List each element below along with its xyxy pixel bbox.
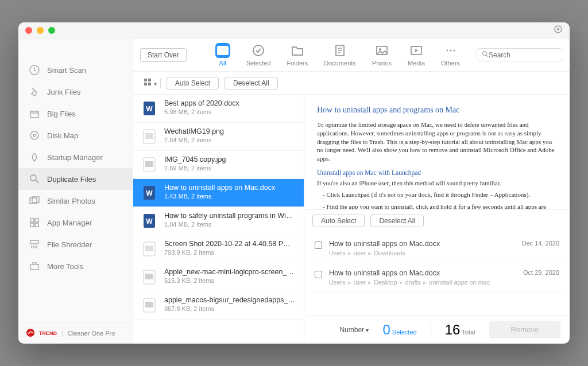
duplicate-path: Users▸user▸Downloads <box>329 250 515 257</box>
rocket-icon <box>29 151 40 163</box>
file-row[interactable]: apple_macos-bigsur_redesignedapps_0622…3… <box>133 291 304 320</box>
file-row[interactable]: Apple_new-mac-mini-logicpro-screen_11102… <box>133 263 304 291</box>
category-label: All <box>219 60 226 67</box>
dup-deselect-all-button[interactable]: Deselect All <box>370 215 424 227</box>
sidebar-item-junk-files[interactable]: Junk Files <box>18 81 133 103</box>
sidebar-item-label: Duplicate Files <box>47 175 96 184</box>
svg-text:W: W <box>146 189 153 197</box>
start-over-button[interactable]: Start Over <box>140 48 187 62</box>
sidebar-item-startup-manager[interactable]: Startup Manager <box>18 146 133 168</box>
category-media[interactable]: Media <box>408 43 425 67</box>
file-meta: 1.69 MB, 2 items <box>164 165 226 172</box>
svg-text:W: W <box>146 217 153 225</box>
category-icon <box>332 43 347 58</box>
svg-rect-11 <box>35 219 38 222</box>
sidebar-item-more-tools[interactable]: More Tools <box>18 255 133 277</box>
category-label: Others <box>441 60 460 67</box>
category-label: Documents <box>324 60 356 67</box>
category-all[interactable]: All <box>215 43 230 67</box>
preview-intro: To optimize the limited storage space on… <box>317 120 557 163</box>
sidebar-item-duplicate-files[interactable]: Duplicate Files <box>18 168 133 190</box>
sidebar-footer: TREND | Cleaner One Pro <box>18 322 133 344</box>
clock-icon <box>29 64 40 76</box>
file-name: Screen Shot 2020-10-22 at 4.40.58 PM.png <box>164 240 296 248</box>
svg-rect-14 <box>30 240 38 244</box>
file-type-icon: W <box>141 99 157 118</box>
file-name: How to uninstall apps on Mac.docx <box>164 184 275 192</box>
category-label: Photos <box>372 60 392 67</box>
category-label: Selected <box>246 60 271 67</box>
category-icon <box>215 43 230 58</box>
sidebar: Smart ScanJunk FilesBig FilesDisk MapSta… <box>18 38 133 344</box>
file-meta: 793.9 KB, 2 items <box>164 249 296 256</box>
search-input[interactable] <box>489 51 570 59</box>
brand-name: TREND <box>39 330 57 336</box>
sidebar-item-similar-photos[interactable]: Similar Photos <box>18 190 133 212</box>
footer-bar: Number ▾ 0 Selected 16 Total Remove <box>304 315 570 344</box>
duplicate-list: How to uninstall apps on Mac.docxUsers▸u… <box>304 232 570 315</box>
file-row[interactable]: WechatIMG19.png2.84 MB, 2 items <box>133 123 304 151</box>
file-row[interactable]: Screen Shot 2020-10-22 at 4.40.58 PM.png… <box>133 235 304 263</box>
svg-point-4 <box>30 131 38 139</box>
sidebar-item-label: Disk Map <box>47 131 78 140</box>
svg-rect-17 <box>217 46 229 55</box>
svg-point-22 <box>379 48 381 50</box>
file-row[interactable]: WHow to uninstall apps on Mac.docx1.43 M… <box>133 179 304 207</box>
sidebar-item-disk-map[interactable]: Disk Map <box>18 124 133 146</box>
category-documents[interactable]: Documents <box>324 43 356 67</box>
sort-dropdown[interactable]: Number ▾ <box>339 326 369 334</box>
category-label: Folders <box>287 60 308 67</box>
subtoolbar: ▾ Auto Select Deselect All <box>133 72 570 95</box>
file-meta: 1.04 MB, 2 items <box>164 221 296 228</box>
category-icon <box>251 43 266 58</box>
file-type-icon: W <box>141 184 157 202</box>
close-icon[interactable] <box>25 27 32 34</box>
file-meta: 367.8 KB, 2 items <box>164 305 296 312</box>
category-folders[interactable]: Folders <box>287 43 308 67</box>
svg-rect-46 <box>145 274 153 279</box>
sidebar-item-smart-scan[interactable]: Smart Scan <box>18 59 133 81</box>
category-label: Media <box>408 60 425 67</box>
svg-rect-38 <box>145 161 153 167</box>
product-name: Cleaner One Pro <box>68 330 115 337</box>
remove-button[interactable]: Remove <box>489 321 560 338</box>
sidebar-item-big-files[interactable]: Big Files <box>18 103 133 124</box>
file-name: WechatIMG19.png <box>164 127 224 135</box>
preview-panel: How to uninstall apps and programs on Ma… <box>304 95 570 344</box>
sidebar-item-app-manager[interactable]: App Manager <box>18 212 133 233</box>
dup-auto-select-button[interactable]: Auto Select <box>312 215 365 227</box>
category-selected[interactable]: Selected <box>246 43 271 67</box>
sidebar-item-file-shredder[interactable]: File Shredder <box>18 233 133 255</box>
category-icon <box>290 43 305 58</box>
file-type-icon: W <box>141 212 157 230</box>
file-row[interactable]: IMG_7045 copy.jpg1.69 MB, 2 items <box>133 151 304 179</box>
file-row[interactable]: WBest apps of 2020.docx5.98 MB, 2 items <box>133 95 304 123</box>
category-others[interactable]: Others <box>441 43 460 67</box>
duplicate-actions: Auto Select Deselect All <box>304 209 570 232</box>
svg-rect-48 <box>145 302 153 307</box>
search-box[interactable] <box>477 48 563 61</box>
minimize-icon[interactable] <box>37 27 44 34</box>
file-name: IMG_7045 copy.jpg <box>164 155 226 163</box>
file-row[interactable]: WHow to safely uninstall programs in Win… <box>133 207 304 235</box>
view-mode-toggle[interactable]: ▾ <box>140 78 161 88</box>
deselect-all-button[interactable]: Deselect All <box>225 77 278 89</box>
svg-rect-32 <box>148 83 151 85</box>
shredder-icon <box>29 239 40 250</box>
duplicate-date: Oct 29, 2020 <box>523 269 559 276</box>
auto-select-button[interactable]: Auto Select <box>167 77 219 89</box>
svg-rect-29 <box>144 79 147 81</box>
svg-line-7 <box>36 180 38 183</box>
trend-logo-icon <box>26 329 34 338</box>
preview-section-heading: Uninstall apps on Mac with Launchpad <box>317 169 557 178</box>
svg-point-25 <box>450 50 451 52</box>
sidebar-item-label: File Shredder <box>47 240 92 249</box>
svg-point-24 <box>446 50 448 52</box>
preview-bullet: - Find the app you want to uninstall, cl… <box>317 203 557 209</box>
svg-rect-12 <box>30 223 34 227</box>
duplicate-checkbox[interactable] <box>315 242 322 249</box>
category-photos[interactable]: Photos <box>372 43 392 67</box>
document-preview: How to uninstall apps and programs on Ma… <box>304 95 570 209</box>
maximize-icon[interactable] <box>48 27 55 34</box>
duplicate-checkbox[interactable] <box>315 271 322 278</box>
